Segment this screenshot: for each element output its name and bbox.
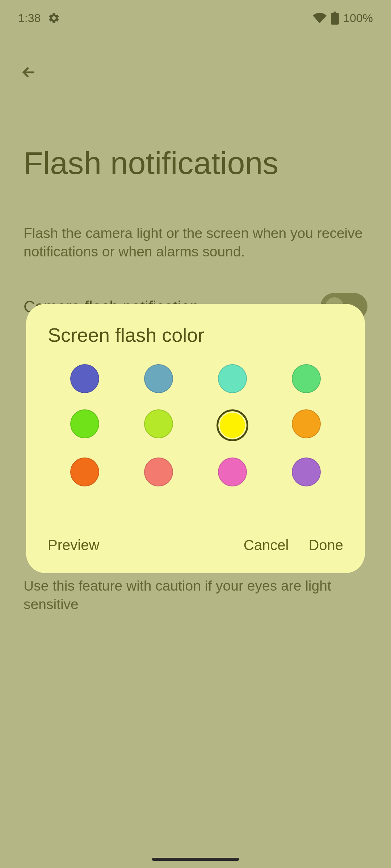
color-swatch-orange[interactable] (70, 458, 99, 486)
done-button[interactable]: Done (308, 537, 343, 553)
color-swatch-coral[interactable] (144, 458, 173, 486)
color-swatch-green[interactable] (292, 364, 321, 393)
color-swatch-yellow[interactable] (216, 409, 248, 441)
color-swatch-lime-green[interactable] (70, 409, 99, 438)
color-swatch-teal[interactable] (144, 364, 173, 393)
color-swatch-chartreuse[interactable] (144, 409, 173, 438)
color-swatch-purple[interactable] (292, 458, 321, 486)
navigation-bar[interactable] (152, 858, 239, 861)
color-swatch-amber[interactable] (292, 409, 321, 438)
preview-button[interactable]: Preview (48, 537, 99, 553)
dialog-title: Screen flash color (48, 324, 343, 346)
color-swatch-mint[interactable] (218, 364, 247, 393)
color-grid (48, 364, 343, 486)
color-picker-dialog: Screen flash color Preview Cancel Done (26, 304, 365, 573)
cancel-button[interactable]: Cancel (244, 537, 289, 553)
color-swatch-pink[interactable] (218, 458, 247, 486)
color-swatch-blue[interactable] (70, 364, 99, 393)
